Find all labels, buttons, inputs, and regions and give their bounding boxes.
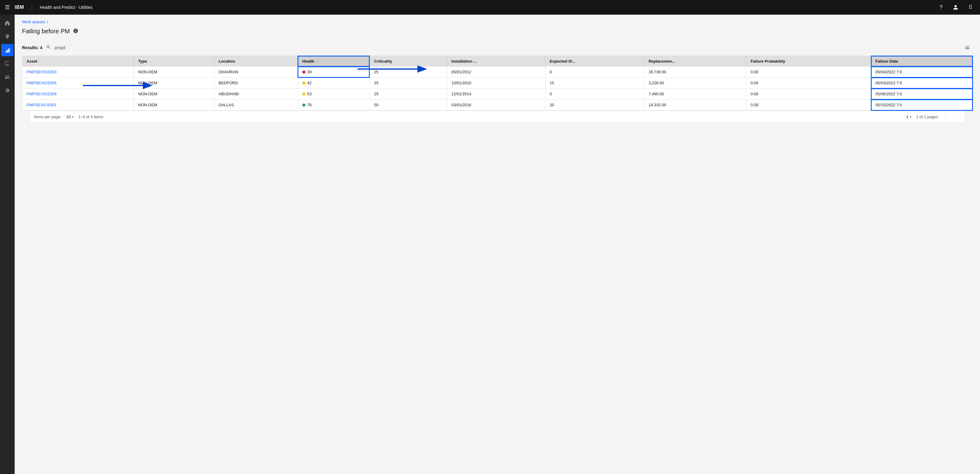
results-count: Results: 4 [22, 45, 42, 50]
col-header-criticality[interactable]: Criticality [369, 56, 447, 67]
left-sidebar [0, 15, 14, 474]
col-header-replacement[interactable]: Replacemen... [644, 56, 746, 67]
help-icon[interactable]: ? [936, 2, 946, 12]
cell-expected-life: 20 [545, 100, 644, 110]
apps-icon[interactable]: ⠿ [966, 2, 975, 12]
page-number-select[interactable]: 1 ▾ [907, 115, 912, 119]
hamburger-menu[interactable]: ☰ [5, 4, 10, 11]
pagination: Items per page: 10 ▾ 1–4 of 4 items 1 ▾ … [29, 110, 966, 123]
col-header-health[interactable]: Health ↑ [298, 56, 369, 67]
table-body: PMPDEVICE003 NON-OEM DHAHRAN 39 25 05/01… [22, 67, 973, 110]
health-indicator [302, 70, 305, 73]
cell-criticality: 25 [369, 78, 447, 89]
cell-expected-life: 0 [545, 89, 644, 100]
cell-replacement: 3,228.00 [644, 78, 746, 89]
health-indicator [302, 93, 305, 96]
sidebar-item-analytics[interactable] [1, 44, 13, 56]
cell-replacement: 14,332.00 [644, 100, 746, 110]
table-wrapper: Asset Type Location Health ↑ [14, 56, 980, 123]
asset-link[interactable]: PMPDEVICE001 [27, 103, 56, 107]
cell-failure-probability: 0.00 [746, 78, 871, 89]
top-navigation: ☰ IBM | Health and Predict - Utilities ?… [0, 0, 980, 15]
cell-location: DHAHRAN [214, 67, 298, 78]
cell-asset: PMPDEVICE001 [22, 100, 134, 110]
cell-replacement: 16,736.00 [644, 67, 746, 78]
cell-installation: 10/01/2010 [447, 78, 545, 89]
cell-criticality: 50 [369, 100, 447, 110]
cell-failure-probability: 0.00 [746, 89, 871, 100]
sidebar-item-location[interactable] [1, 30, 13, 43]
sidebar-item-users[interactable] [1, 71, 13, 83]
results-bar: Results: 4 pmpd [14, 40, 980, 56]
cell-installation: 03/01/2016 [447, 100, 545, 110]
breadcrumb-parent[interactable]: Work queues [22, 19, 45, 24]
info-icon[interactable] [73, 28, 78, 35]
prev-page-button[interactable]: ‹ [943, 113, 949, 121]
cell-location: DALLAS [214, 100, 298, 110]
sidebar-item-settings[interactable] [1, 84, 13, 96]
table-row: PMPDEVICE003 NON-OEM DHAHRAN 39 25 05/01… [22, 67, 973, 78]
next-page-button[interactable]: › [955, 113, 961, 121]
cell-asset: PMPDEVICE009 [22, 89, 134, 100]
page-of-label: 1 of 1 pages [916, 115, 938, 119]
cell-failure-date: 05/15/2022 7:0 [871, 100, 973, 110]
sidebar-item-home[interactable] [1, 17, 13, 29]
cell-expected-life: 0 [545, 67, 644, 78]
table-row: PMPDEVICE005 NON-OEM BEDFORD 42 25 10/01… [22, 78, 973, 89]
app-title: Health and Predict - Utilities [40, 5, 92, 10]
table-header-row: Asset Type Location Health ↑ [22, 56, 973, 67]
search-value: pmpd [55, 45, 65, 50]
cell-criticality: 25 [369, 67, 447, 78]
health-value: 39 [307, 70, 312, 74]
col-header-type[interactable]: Type [134, 56, 214, 67]
health-value: 42 [307, 81, 312, 85]
items-per-page-value: 10 [66, 115, 70, 119]
asset-link[interactable]: PMPDEVICE009 [27, 92, 56, 96]
col-header-asset[interactable]: Asset [22, 56, 134, 67]
cell-failure-probability: 0.00 [746, 67, 871, 78]
cell-criticality: 25 [369, 89, 447, 100]
health-value: 78 [307, 103, 312, 107]
search-icon[interactable] [46, 45, 51, 51]
cell-health: 42 [298, 78, 369, 89]
col-header-expected-life[interactable]: Expected lif... [545, 56, 644, 67]
cell-replacement: 7,490.00 [644, 89, 746, 100]
assets-table: Asset Type Location Health ↑ [22, 56, 973, 110]
items-per-page-select[interactable]: 10 ▾ [66, 115, 73, 119]
breadcrumb: Work queues / [14, 15, 980, 27]
cell-type: NON-OEM [134, 89, 214, 100]
cell-installation: 05/01/2012 [447, 67, 545, 78]
sidebar-item-monitor[interactable] [1, 57, 13, 70]
asset-link[interactable]: PMPDEVICE005 [27, 81, 56, 85]
health-value: 53 [307, 92, 312, 96]
cell-failure-probability: 0.00 [746, 100, 871, 110]
cell-type: NON-OEM [134, 78, 214, 89]
cell-type: NON-OEM [134, 67, 214, 78]
brand-logo: IBM [14, 5, 24, 10]
health-indicator [302, 104, 305, 107]
cell-asset: PMPDEVICE003 [22, 67, 134, 78]
sort-arrow-health: ↑ [317, 59, 318, 63]
col-header-installation[interactable]: Installation ... [447, 56, 545, 67]
cell-health: 78 [298, 100, 369, 110]
cell-failure-date: 05/04/2022 7:0 [871, 67, 973, 78]
cell-failure-date: 05/06/2022 7:0 [871, 89, 973, 100]
page-title: Failing before PM [22, 28, 70, 35]
asset-link[interactable]: PMPDEVICE003 [27, 70, 56, 74]
page-header: Failing before PM [14, 27, 980, 40]
cell-failure-date: 05/03/2022 7:0 [871, 78, 973, 89]
cell-health: 53 [298, 89, 369, 100]
cell-health: 39 [298, 67, 369, 78]
column-settings-button[interactable] [962, 42, 973, 53]
items-per-page-label: Items per page: [34, 115, 61, 119]
cell-expected-life: 15 [545, 78, 644, 89]
cell-location: BEDFORD [214, 78, 298, 89]
items-per-page-chevron: ▾ [72, 115, 73, 118]
cell-type: NON-OEM [134, 100, 214, 110]
items-range: 1–4 of 4 items [78, 115, 103, 119]
col-header-failure-date[interactable]: Failure Date [871, 56, 973, 67]
nav-divider: | [32, 5, 33, 10]
col-header-failure-probability[interactable]: Failure Probability [746, 56, 871, 67]
user-icon[interactable] [951, 2, 961, 12]
col-header-location[interactable]: Location [214, 56, 298, 67]
